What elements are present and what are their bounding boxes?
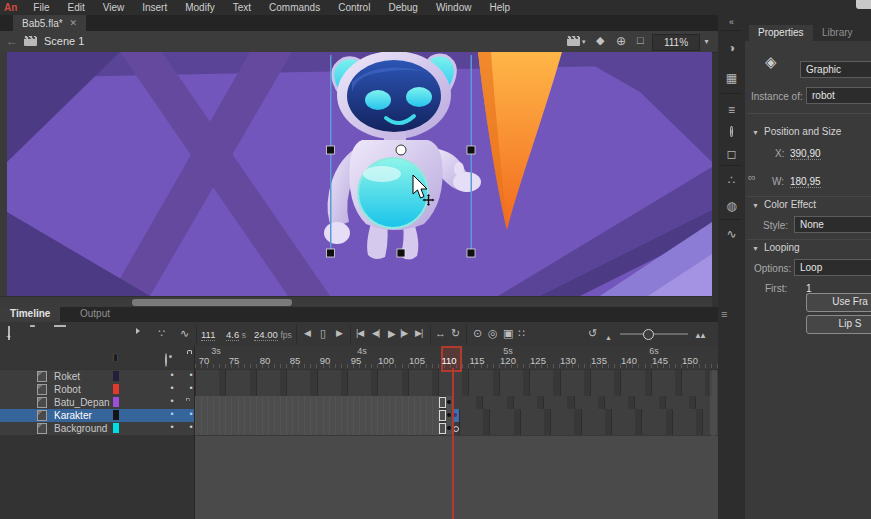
layer-outline-swatch[interactable]: [113, 397, 119, 407]
center-stage-icon[interactable]: ⊕: [616, 34, 626, 48]
layer-visible-dot[interactable]: •: [167, 396, 177, 406]
menu-help[interactable]: Help: [480, 2, 519, 13]
stage-viewport[interactable]: [0, 52, 712, 296]
zoom-out-timeline-icon[interactable]: ▲: [605, 331, 612, 344]
loop-options-dropdown[interactable]: Loop: [794, 259, 871, 276]
reset-timeline-zoom-icon[interactable]: ↺: [588, 327, 597, 340]
layer-outline-swatch[interactable]: [113, 423, 119, 433]
layer-row-karakter[interactable]: Karakter • •: [0, 409, 194, 423]
edit-symbols-icon[interactable]: ◆: [596, 34, 604, 47]
layer-row-batu-depan[interactable]: Batu_Depan •: [0, 396, 194, 410]
frame-span[interactable]: [195, 422, 440, 435]
transform-panel-icon[interactable]: ◻: [718, 147, 745, 161]
layer-name[interactable]: Roket: [54, 371, 80, 382]
link-width-height-icon[interactable]: ∞: [748, 171, 756, 183]
clip-content-icon[interactable]: □: [637, 34, 644, 46]
tab-output[interactable]: Output: [70, 307, 120, 323]
layer-row-roket[interactable]: Roket • •: [0, 370, 194, 384]
section-looping[interactable]: Looping: [764, 242, 800, 253]
close-icon[interactable]: ✕: [70, 18, 78, 28]
zoom-in-timeline-icon[interactable]: ▲▲: [694, 329, 704, 342]
frames-row-batu-depan[interactable]: [195, 396, 718, 410]
zoom-slider-knob[interactable]: [643, 329, 654, 340]
x-value[interactable]: 390,90: [790, 148, 821, 160]
menu-insert[interactable]: Insert: [133, 2, 176, 13]
menu-window[interactable]: Window: [427, 2, 481, 13]
stage-zoom-input[interactable]: 111%: [652, 34, 700, 51]
center-frame-icon[interactable]: ↔: [435, 327, 446, 340]
collapse-triangle-icon[interactable]: ▼: [752, 202, 759, 209]
tab-library[interactable]: Library: [813, 25, 862, 43]
tab-properties[interactable]: Properties: [749, 25, 813, 43]
edit-scene-dropdown-icon[interactable]: ▾: [582, 38, 586, 46]
style-dropdown[interactable]: None: [794, 216, 871, 233]
layer-parenting-icon[interactable]: ∵: [158, 327, 165, 340]
selection-handle-bottom-center[interactable]: [397, 249, 405, 257]
layer-visible-dot[interactable]: •: [167, 422, 177, 432]
document-tab[interactable]: Bab5.fla* ✕: [13, 15, 86, 31]
w-value[interactable]: 180,95: [790, 176, 821, 188]
go-to-last-frame-icon[interactable]: ▶|: [415, 327, 422, 340]
window-control[interactable]: [856, 0, 871, 9]
section-position-size[interactable]: Position and Size: [764, 126, 841, 137]
playhead-line[interactable]: [452, 368, 454, 519]
layer-row-background[interactable]: Background • •: [0, 422, 194, 436]
collapse-triangle-icon[interactable]: ▼: [752, 129, 759, 136]
layer-visible-dot[interactable]: •: [167, 383, 177, 393]
modify-markers-icon[interactable]: ∷: [518, 327, 525, 340]
menu-commands[interactable]: Commands: [260, 2, 329, 13]
lip-syncing-button[interactable]: Lip S: [806, 315, 871, 334]
menu-text[interactable]: Text: [224, 2, 260, 13]
layer-name[interactable]: Robot: [54, 384, 81, 395]
timeline-vertical-scrollbar[interactable]: [710, 370, 717, 436]
menu-view[interactable]: View: [94, 2, 134, 13]
step-forward-icon[interactable]: ▶: [336, 327, 343, 340]
swatches-panel-icon[interactable]: ▦: [718, 71, 745, 85]
frame-rate[interactable]: 24.00 fps: [254, 329, 292, 340]
frames-row-roket[interactable]: [195, 370, 718, 384]
step-back-one-frame-icon[interactable]: ◀|: [372, 327, 379, 340]
zoom-dropdown-icon[interactable]: ▾: [700, 34, 713, 49]
scene-name[interactable]: Scene 1: [44, 35, 84, 47]
selection-handle-left[interactable]: [327, 146, 335, 154]
frames-row-robot[interactable]: [195, 383, 718, 397]
instance-of-field[interactable]: robot: [806, 87, 871, 104]
layer-name[interactable]: Background: [54, 423, 107, 434]
layer-visible-dot[interactable]: •: [167, 370, 177, 380]
frames-row-karakter[interactable]: [195, 409, 718, 423]
edit-scene-icon[interactable]: [567, 36, 580, 46]
new-layer-icon[interactable]: [8, 327, 10, 340]
section-color-effect[interactable]: Color Effect: [764, 199, 816, 210]
menu-debug[interactable]: Debug: [379, 2, 426, 13]
layer-outline-swatch[interactable]: [113, 410, 119, 420]
layer-outline-swatch[interactable]: [113, 371, 119, 381]
frame-span[interactable]: [195, 396, 440, 409]
use-frame-picker-button[interactable]: Use Fra: [806, 293, 871, 312]
layer-row-robot[interactable]: Robot • •: [0, 383, 194, 397]
back-icon[interactable]: ←: [6, 34, 18, 48]
layer-visible-dot[interactable]: •: [167, 409, 177, 419]
brush-library-icon[interactable]: ∴: [718, 173, 745, 187]
frames-row-background[interactable]: [195, 422, 718, 436]
step-back-icon[interactable]: ◀: [304, 327, 311, 340]
tab-timeline[interactable]: Timeline: [0, 307, 60, 323]
selection-handle-right[interactable]: [467, 146, 475, 154]
symbol-type-dropdown[interactable]: Graphic: [800, 61, 871, 78]
frame-span[interactable]: [195, 409, 440, 422]
go-to-first-frame-icon[interactable]: |◀: [356, 327, 363, 340]
onion-skin-outlines-icon[interactable]: ◎: [488, 327, 498, 340]
collapse-panels-icon[interactable]: «: [718, 17, 745, 27]
info-panel-icon[interactable]: i: [718, 123, 745, 137]
elapsed-time[interactable]: 4.6 s: [226, 329, 246, 340]
step-forward-one-frame-icon[interactable]: |▶: [400, 327, 407, 340]
span-end-frame[interactable]: [439, 423, 446, 434]
menu-file[interactable]: File: [24, 2, 58, 13]
transform-point[interactable]: [396, 145, 406, 155]
layer-depth-icon[interactable]: ∿: [180, 327, 189, 340]
color-panel-icon[interactable]: ◑: [718, 41, 745, 55]
timeline-panel-menu-icon[interactable]: ≡: [721, 308, 727, 320]
scrollbar-thumb[interactable]: [132, 299, 292, 306]
align-panel-icon[interactable]: ≡: [718, 103, 745, 117]
current-frame-counter[interactable]: 111: [201, 329, 215, 341]
motion-editor-icon[interactable]: ∿: [718, 227, 745, 241]
